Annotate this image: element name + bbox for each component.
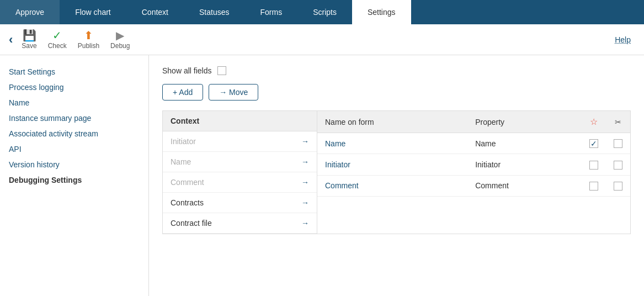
context-row-name[interactable]: Name → — [163, 152, 317, 172]
table-row: Name Name ✓ — [317, 133, 630, 154]
star-icon: ☆ — [590, 117, 598, 126]
context-panel-header: Context — [163, 111, 317, 131]
sidebar-item-version-history[interactable]: Version history — [9, 157, 140, 172]
form-row-initiator-property: Initiator — [467, 154, 582, 175]
nav-scripts[interactable]: Scripts — [297, 0, 352, 24]
arrow-icon: → — [301, 137, 309, 146]
col-scissors: ✂ — [606, 111, 630, 133]
context-row-label: Contract file — [171, 219, 212, 228]
form-table: Name on form Property ☆ ✂ Name — [317, 111, 630, 197]
arrow-icon: → — [301, 157, 309, 166]
show-all-checkbox[interactable] — [217, 66, 226, 75]
show-all-fields-row: Show all fields — [162, 66, 631, 75]
sidebar-item-activity-stream[interactable]: Associated activity stream — [9, 126, 140, 141]
arrow-icon: → — [301, 198, 309, 207]
table-header-row: Name on form Property ☆ ✂ — [317, 111, 630, 133]
toolbar: ‹ 💾 Save ✓ Check ⬆ Publish ▶ Debug Help — [0, 24, 644, 55]
arrow-icon: → — [301, 178, 309, 187]
sidebar-item-instance-summary[interactable]: Instance summary page — [9, 110, 140, 126]
form-row-comment-scissors[interactable] — [606, 175, 630, 196]
move-button[interactable]: → Move — [209, 84, 258, 101]
context-row-contracts[interactable]: Contracts → — [163, 193, 317, 213]
save-label: Save — [22, 42, 36, 50]
star-checkbox[interactable] — [589, 182, 598, 191]
show-all-label: Show all fields — [162, 66, 212, 75]
form-panel: Name on form Property ☆ ✂ Name — [317, 111, 630, 234]
scissors-icon: ✂ — [615, 118, 621, 126]
panels-row: Context Initiator → Name → Comment → Con… — [162, 110, 631, 234]
form-row-initiator-scissors[interactable] — [606, 154, 630, 175]
star-checkbox[interactable]: ✓ — [589, 139, 598, 148]
nav-statuses[interactable]: Statuses — [184, 0, 244, 24]
publish-icon: ⬆ — [84, 30, 93, 41]
nav-settings[interactable]: Settings — [352, 0, 411, 24]
toolbar-actions: 💾 Save ✓ Check ⬆ Publish ▶ Debug — [22, 30, 130, 50]
form-row-name-scissors[interactable] — [606, 133, 630, 154]
form-row-initiator-link[interactable]: Initiator — [317, 154, 467, 175]
col-star: ☆ — [582, 111, 606, 133]
nav-context[interactable]: Context — [126, 0, 184, 24]
save-icon: 💾 — [23, 30, 36, 41]
context-row-label: Contracts — [171, 198, 204, 207]
check-label: Check — [48, 42, 67, 50]
main-layout: Start Settings Process logging Name Inst… — [0, 55, 644, 296]
context-row-contract-file[interactable]: Contract file → — [163, 213, 317, 234]
star-checkbox[interactable] — [589, 161, 598, 170]
debug-icon: ▶ — [116, 30, 124, 41]
check-button[interactable]: ✓ Check — [48, 30, 67, 50]
context-row-label: Comment — [171, 178, 204, 187]
form-row-name-link[interactable]: Name — [317, 133, 467, 154]
nav-flowchart[interactable]: Flow chart — [60, 0, 126, 24]
nav-approve[interactable]: Approve — [0, 0, 60, 24]
sidebar-item-name[interactable]: Name — [9, 95, 140, 110]
context-row-initiator[interactable]: Initiator → — [163, 131, 317, 152]
form-row-name-star[interactable]: ✓ — [582, 133, 606, 154]
debug-button[interactable]: ▶ Debug — [110, 30, 130, 50]
table-row: Comment Comment — [317, 175, 630, 196]
context-panel: Context Initiator → Name → Comment → Con… — [163, 111, 317, 234]
top-nav: Approve Flow chart Context Statuses Form… — [0, 0, 644, 24]
add-button[interactable]: + Add — [162, 84, 203, 101]
sidebar-item-process-logging[interactable]: Process logging — [9, 80, 140, 95]
form-row-comment-link[interactable]: Comment — [317, 175, 467, 196]
back-button[interactable]: ‹ — [9, 33, 13, 47]
sidebar-item-api[interactable]: API — [9, 141, 140, 157]
sidebar: Start Settings Process logging Name Inst… — [0, 55, 149, 296]
context-row-label: Initiator — [171, 137, 196, 146]
help-link[interactable]: Help — [615, 35, 631, 44]
scissors-checkbox[interactable] — [614, 161, 622, 170]
action-buttons: + Add → Move — [162, 84, 631, 101]
sidebar-item-start-settings[interactable]: Start Settings — [9, 64, 140, 80]
form-row-comment-property: Comment — [467, 175, 582, 196]
save-button[interactable]: 💾 Save — [22, 30, 36, 50]
form-row-comment-star[interactable] — [582, 175, 606, 196]
table-row: Initiator Initiator — [317, 154, 630, 175]
col-name-on-form: Name on form — [317, 111, 467, 133]
scissors-checkbox[interactable] — [614, 139, 622, 148]
nav-forms[interactable]: Forms — [244, 0, 297, 24]
check-icon: ✓ — [52, 30, 62, 41]
publish-label: Publish — [78, 42, 99, 50]
form-row-name-property: Name — [467, 133, 582, 154]
debug-label: Debug — [110, 42, 130, 50]
sidebar-item-debugging: Debugging Settings — [9, 172, 140, 188]
publish-button[interactable]: ⬆ Publish — [78, 30, 99, 50]
context-row-label: Name — [171, 157, 191, 166]
arrow-icon: → — [301, 219, 309, 228]
content-area: Show all fields + Add → Move Context Ini… — [149, 55, 644, 296]
col-property: Property — [467, 111, 582, 133]
scissors-checkbox[interactable] — [614, 182, 622, 191]
form-row-initiator-star[interactable] — [582, 154, 606, 175]
context-row-comment[interactable]: Comment → — [163, 172, 317, 193]
